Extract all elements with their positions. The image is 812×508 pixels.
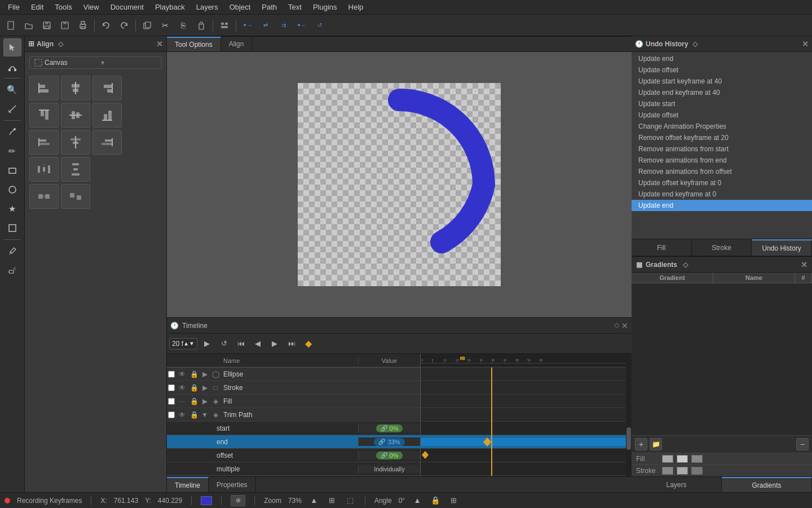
undo-item-9[interactable]: Remove animations from end [632,155,812,166]
first-button[interactable]: ⏮ [233,337,248,351]
menu-text[interactable]: Text [283,2,307,12]
zoom-up-button[interactable]: ▲ [308,495,320,506]
undo-item-6[interactable]: Change Animation Properties [632,121,812,132]
tl-row-stroke[interactable]: 👁 🔒 ▶ □ Stroke [167,381,420,395]
distribute-h-button[interactable] [29,157,59,182]
selector-tool[interactable] [3,38,21,56]
align-distribute-button[interactable] [216,17,233,33]
fill-swatch-3[interactable] [691,455,703,463]
menu-plugins[interactable]: Plugins [307,2,343,12]
menu-help[interactable]: Help [343,2,369,12]
lpe4-button[interactable]: ✦← [293,17,310,33]
align-center-v-button[interactable] [61,103,90,128]
angle-lock[interactable]: 🔒 [430,495,441,506]
stroke-name[interactable]: Stroke [221,384,358,392]
measure-tool[interactable] [3,100,21,118]
menu-view[interactable]: View [78,2,105,12]
new-button[interactable] [2,17,19,33]
tl-row-trim-path[interactable]: 👁 🔒 ▼ ◈ Trim Path [167,408,420,422]
paste-in-place-button[interactable] [139,17,156,33]
stroke-eye[interactable]: 👁 [176,384,188,392]
distribute-baseline-button[interactable] [61,184,90,209]
add-gradient-button[interactable]: + [635,438,647,450]
stroke-tab[interactable]: Stroke [692,239,752,256]
align-panel-pin[interactable]: ◇ [58,40,63,48]
gradients-close[interactable]: ✕ [801,260,807,269]
node-tool[interactable] [3,58,21,76]
undo-item-0[interactable]: Update end [632,53,812,64]
fill-lock[interactable]: 🔒 [188,397,200,405]
menu-layers[interactable]: Layers [191,2,224,12]
undo-item-12[interactable]: Update end keyframe at 0 [632,189,812,200]
undo-item-7[interactable]: Remove offset keyframe at 20 [632,132,812,143]
trim-lock[interactable]: 🔒 [188,411,200,419]
timeline-scrollbar[interactable] [626,354,632,476]
pen-tool[interactable] [3,123,21,141]
angle-up[interactable]: ▲ [412,495,423,506]
stroke-lock[interactable]: 🔒 [188,384,200,392]
save-button[interactable] [38,17,55,33]
undo-item-5[interactable]: Update offset [632,110,812,121]
undo-item-1[interactable]: Update offset [632,64,812,76]
undo-item-4[interactable]: Update start [632,98,812,110]
lpe3-button[interactable]: ⇉ [275,17,292,33]
play-button[interactable]: ▶ [200,337,214,351]
lpe2-button[interactable]: ⇄ [257,17,274,33]
ellipse-eye[interactable]: 👁 [176,370,188,378]
circle-tool[interactable] [3,181,21,199]
tl-row-fill[interactable]: — 🔒 ▶ ◈ Fill [167,395,420,408]
align-right-anchor-button[interactable] [92,130,122,155]
menu-document[interactable]: Document [105,2,149,12]
trim-check[interactable] [167,411,176,418]
next-button[interactable]: ▶ [267,337,282,351]
align-left-anchor-button[interactable] [29,130,59,155]
dropper-tool[interactable] [3,242,21,260]
redo-button[interactable] [116,17,133,33]
pencil-tool[interactable]: ✏ [3,142,21,160]
distribute-v-button[interactable] [61,157,90,182]
menu-tools[interactable]: Tools [49,2,77,12]
properties-tab[interactable]: Properties [209,477,256,492]
ellipse-expand[interactable]: ▶ [200,370,210,378]
tl-row-ellipse[interactable]: 👁 🔒 ▶ ◯ Ellipse [167,367,420,381]
align-canvas-dropdown[interactable]: Canvas ▾ [29,56,162,69]
trim-eye[interactable]: 👁 [176,411,188,419]
fill-swatch-1[interactable] [662,455,673,463]
loop-button[interactable]: ↺ [217,337,231,351]
undo-item-11[interactable]: Update offset keyframe at 0 [632,177,812,189]
tl-subrow-end[interactable]: end 🔗 33% [167,435,420,449]
tl-subrow-offset[interactable]: offset 🔗 0% [167,449,420,462]
fill-expand[interactable]: ▶ [200,397,210,405]
spray-tool[interactable] [3,261,21,279]
layers-tab[interactable]: Layers [632,477,722,492]
gradients-tab[interactable]: Gradients [722,477,812,492]
tl-subrow-multiple[interactable]: multiple Individually [167,462,420,476]
undo-item-13[interactable]: Update end [632,200,812,211]
trim-expand[interactable]: ▼ [200,411,210,419]
ellipse-name[interactable]: Ellipse [221,370,358,378]
timeline-scrollbar-thumb[interactable] [626,427,631,450]
snap-button[interactable]: ⊕ [231,495,245,506]
align-top-button[interactable] [29,103,59,128]
timeline-right[interactable]: 0 6 12 18 24 30 [421,354,632,476]
keyframe-button[interactable]: ◆ [301,337,316,351]
gradients-pin[interactable]: ◇ [683,261,688,269]
snap-grid[interactable]: ⊞ [448,495,459,506]
align-tab-tool-options[interactable]: Align [221,37,253,51]
frame-input[interactable]: 20 f ▲▼ [169,338,197,349]
align-bottom-button[interactable] [92,103,122,128]
fill-name[interactable]: Fill [221,397,358,405]
stroke-expand[interactable]: ▶ [200,384,210,392]
menu-file[interactable]: File [2,2,25,12]
ellipse-check[interactable] [167,371,176,378]
canvas-area[interactable] [167,52,632,317]
zoom-fit-button[interactable]: ⊞ [326,495,338,506]
undo-button[interactable] [98,17,114,33]
undo-item-3[interactable]: Update end keyframe at 40 [632,87,812,98]
last-button[interactable]: ⏭ [284,337,299,351]
undo-item-2[interactable]: Update start keyframe at 40 [632,76,812,87]
fill-eye[interactable]: — [176,397,188,405]
fill-check[interactable] [167,398,176,405]
rect-tool[interactable] [3,161,21,179]
stroke-swatch-1[interactable] [662,467,673,475]
